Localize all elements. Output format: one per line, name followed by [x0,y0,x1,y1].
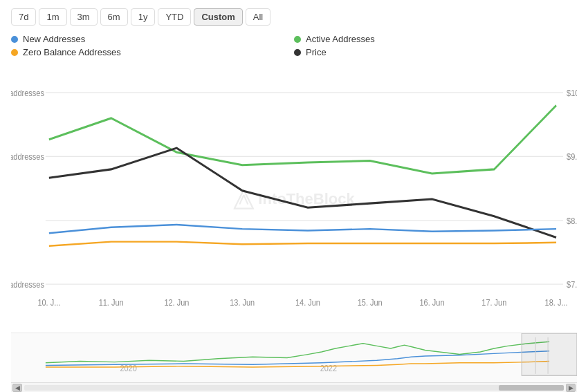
scroll-left-arrow[interactable]: ◀ [12,384,22,392]
svg-text:2022: 2022 [320,363,338,373]
svg-rect-26 [522,333,577,375]
svg-text:$8.00: $8.00 [567,216,577,226]
time-btn-3m[interactable]: 3m [70,8,98,26]
chart-main: IntoTheBlock 2k addresses 1k addresses a… [11,67,577,392]
svg-text:18. J...: 18. J... [545,297,568,308]
scroll-thumb[interactable] [499,385,564,391]
time-range-toolbar: 7d1m3m6m1yYTDCustomAll [11,8,577,26]
time-btn-1y[interactable]: 1y [131,8,156,26]
time-btn-custom[interactable]: Custom [194,8,242,26]
svg-text:13. Jun: 13. Jun [230,297,255,308]
legend-dot [11,36,18,43]
svg-text:15. Jun: 15. Jun [358,297,383,308]
legend-item-price: Price [294,47,577,57]
svg-text:$9.00: $9.00 [567,151,577,162]
chart-legend: New AddressesActive AddressesZero Balanc… [11,34,577,57]
svg-text:16. Jun: 16. Jun [420,297,445,308]
svg-text:17. Jun: 17. Jun [481,297,506,308]
legend-dot [294,36,301,43]
mini-chart-svg: 2020 2022 [11,333,577,382]
svg-text:$10.00: $10.00 [567,88,577,98]
scroll-bar: ◀ ▶ [11,382,577,392]
main-container: 7d1m3m6m1yYTDCustomAll New AddressesActi… [0,0,588,392]
legend-dot [294,49,301,56]
legend-label: New Addresses [23,34,85,44]
svg-rect-23 [11,333,577,382]
legend-item-zero-balance-addresses: Zero Balance Addresses [11,47,294,57]
chart-wrapper: IntoTheBlock 2k addresses 1k addresses a… [11,67,577,331]
main-chart-svg: 2k addresses 1k addresses addresses $10.… [11,67,577,331]
time-btn-7d[interactable]: 7d [11,8,36,26]
svg-text:$7.00: $7.00 [567,279,577,290]
time-btn-1m[interactable]: 1m [39,8,66,26]
legend-item-new-addresses: New Addresses [11,34,294,44]
svg-text:12. Jun: 12. Jun [164,297,189,308]
svg-text:addresses: addresses [11,279,44,290]
scroll-track[interactable] [24,385,564,391]
svg-text:14. Jun: 14. Jun [295,297,320,308]
time-btn-6m[interactable]: 6m [100,8,128,26]
mini-chart-area: 2020 2022 [11,333,577,382]
time-btn-all[interactable]: All [246,8,270,26]
svg-text:10. J...: 10. J... [37,297,60,308]
scroll-right-arrow[interactable]: ▶ [566,384,576,392]
legend-label: Price [306,47,327,57]
svg-text:2k addresses: 2k addresses [11,88,44,98]
time-btn-ytd[interactable]: YTD [158,8,191,26]
legend-label: Zero Balance Addresses [23,47,121,57]
legend-label: Active Addresses [306,34,375,44]
legend-dot [11,49,18,56]
svg-text:1k addresses: 1k addresses [11,151,44,162]
svg-text:11. Jun: 11. Jun [99,297,124,308]
legend-item-active-addresses: Active Addresses [294,34,577,44]
